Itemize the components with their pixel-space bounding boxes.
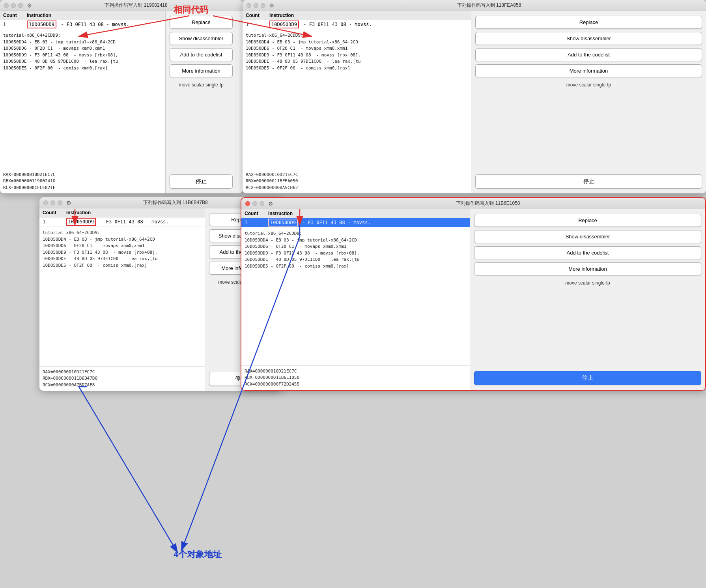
address-box-1-0: 10D050DD9: [27, 21, 56, 28]
annotation-four-addresses: 4个对象地址: [174, 549, 222, 560]
row-instruction-3-0: 10D050DD9 - F3 0F11 43 08 - movss.: [66, 219, 202, 225]
spacer-1: [170, 92, 233, 171]
instruction-text-4-0: - F3 0F11 43 08 - movss.: [299, 220, 371, 225]
info-text-2: move scalar single-fp: [475, 81, 702, 89]
table-row-2-0[interactable]: 1 10D050DD9 - F3 0F11 43 08 - movss.: [243, 20, 471, 29]
left-panel-1: Count Instruction 1 10D050DD9 - F3 0F11 …: [0, 11, 166, 193]
window-2: ⚙ 下列操作码写入到 118FEA058 Count Instruction 1…: [243, 0, 706, 193]
maximize-btn-3[interactable]: [58, 200, 62, 205]
traffic-lights-1: [4, 3, 23, 8]
header-instruction-1: Instruction: [27, 13, 162, 18]
stop-btn-4[interactable]: 停止: [474, 371, 701, 385]
window-title-4: 下列操作码写入到 11B6E1058: [275, 200, 701, 207]
disasm-area-1: tutorial-x86_64+2CDD9: 10D050DD4 - EB 03…: [0, 29, 165, 169]
header-count-1: Count: [3, 13, 27, 18]
address-box-2-0: 10D050DD9: [269, 21, 299, 28]
table-row-1-0[interactable]: 1 10D050DD9 - F3 0F11 43 08 - movss.: [0, 20, 165, 29]
table-header-4: Count Instruction: [241, 209, 470, 218]
traffic-lights-4: [245, 201, 264, 206]
row-count-4-0: 1: [245, 220, 268, 225]
instruction-text-1-0: - F3 0F11 43 08 - movss.: [58, 22, 129, 27]
titlebar-2: ⚙ 下列操作码写入到 118FEA058: [243, 0, 706, 11]
header-count-4: Count: [245, 211, 268, 216]
replace-btn-1[interactable]: Replace: [170, 16, 233, 29]
more-info-btn-4[interactable]: More information: [474, 262, 701, 275]
more-info-btn-1[interactable]: More information: [170, 64, 233, 77]
add-codelist-btn-2[interactable]: Add to the codelist: [475, 48, 702, 61]
right-panel-1: Replace Show disassembler Add to the cod…: [166, 11, 237, 193]
show-disasm-btn-4[interactable]: Show disassembler: [474, 230, 701, 243]
window-4: ⚙ 下列操作码写入到 11B6E1058 Count Instruction 1…: [241, 197, 706, 391]
left-panel-3: Count Instruction 1 10D050DD9 - F3 0F11 …: [39, 208, 205, 391]
left-panel-4: Count Instruction 1 10D050DD9 - F3 0F11 …: [241, 209, 470, 390]
header-count-3: Count: [43, 210, 66, 215]
close-btn-1[interactable]: [4, 3, 9, 8]
gear-icon-4: ⚙: [268, 200, 273, 207]
window-body-1: Count Instruction 1 10D050DD9 - F3 0F11 …: [0, 11, 243, 193]
window-title-2: 下列操作码写入到 118FEA058: [276, 2, 702, 9]
replace-btn-2[interactable]: Replace: [475, 16, 702, 29]
row-instruction-1-0: 10D050DD9 - F3 0F11 43 08 - movss.: [27, 22, 162, 27]
header-instruction-3: Instruction: [66, 210, 202, 215]
maximize-btn-1[interactable]: [18, 3, 23, 8]
info-text-1: move scalar single-fp: [170, 81, 233, 89]
close-btn-3[interactable]: [43, 200, 48, 205]
row-count-3-0: 1: [43, 219, 66, 225]
window-title-1: 下列操作码写入到 119002418: [34, 2, 239, 9]
show-disasm-btn-1[interactable]: Show disassembler: [170, 32, 233, 45]
window-body-4: Count Instruction 1 10D050DD9 - F3 0F11 …: [241, 209, 705, 390]
registers-area-4: RAX=000000010D21EC7C RBX=0000000011B6E10…: [241, 365, 470, 390]
header-instruction-2: Instruction: [269, 13, 468, 18]
header-count-2: Count: [246, 13, 269, 18]
window-1: ⚙ 下列操作码写入到 119002418 Count Instruction 1…: [0, 0, 243, 193]
row-instruction-4-0: 10D050DD9 - F3 0F11 43 08 - movss.: [268, 220, 467, 225]
info-text-4: move scalar single-fp: [474, 279, 701, 287]
minimize-btn-2[interactable]: [254, 3, 258, 8]
registers-area-1: RAX=000000010D21EC7C RBX=000000011900241…: [0, 169, 165, 194]
maximize-btn-2[interactable]: [261, 3, 265, 8]
add-codelist-btn-1[interactable]: Add to the codelist: [170, 48, 233, 61]
registers-area-2: RAX=000000010D21EC7C RBX=000000011BFEA05…: [243, 169, 471, 194]
replace-btn-4[interactable]: Replace: [474, 214, 701, 227]
spacer-4: [474, 290, 701, 368]
traffic-lights-3: [43, 200, 62, 205]
disasm-area-4: tutorial-x86_64+2CDD9: 10D050DD4 - EB 03…: [241, 227, 470, 365]
instruction-text-3-0: - F3 0F11 43 08 - movss.: [97, 219, 169, 225]
disasm-area-2: tutorial-x86_64+2CDD9: 10D050DD4 - EB 03…: [243, 29, 471, 169]
spacer-2: [475, 92, 702, 171]
titlebar-4: ⚙ 下列操作码写入到 11B6E1058: [241, 198, 705, 209]
table-row-3-0[interactable]: 1 10D050DD9 - F3 0F11 43 08 - movss.: [39, 217, 205, 227]
table-header-1: Count Instruction: [0, 11, 165, 20]
minimize-btn-4[interactable]: [252, 201, 257, 206]
header-instruction-4: Instruction: [268, 211, 467, 216]
row-count-2-0: 1: [246, 22, 269, 27]
table-header-2: Count Instruction: [243, 11, 471, 20]
close-btn-2[interactable]: [247, 3, 251, 8]
gear-icon-1: ⚙: [27, 2, 32, 9]
stop-btn-1[interactable]: 停止: [170, 174, 233, 189]
window-body-2: Count Instruction 1 10D050DD9 - F3 0F11 …: [243, 11, 706, 193]
minimize-btn-3[interactable]: [50, 200, 55, 205]
table-row-4-0[interactable]: 1 10D050DD9 - F3 0F11 43 08 - movss.: [241, 218, 470, 227]
row-count-1-0: 1: [3, 22, 27, 27]
left-panel-2: Count Instruction 1 10D050DD9 - F3 0F11 …: [243, 11, 471, 193]
stop-btn-2[interactable]: 停止: [475, 174, 702, 189]
minimize-btn-1[interactable]: [11, 3, 16, 8]
show-disasm-btn-2[interactable]: Show disassembler: [475, 32, 702, 45]
titlebar-1: ⚙ 下列操作码写入到 119002418: [0, 0, 243, 11]
gear-icon-3: ⚙: [66, 200, 71, 206]
close-btn-4[interactable]: [245, 201, 250, 206]
table-header-3: Count Instruction: [39, 208, 205, 217]
address-box-4-0: 10D050DD9: [268, 219, 298, 227]
registers-area-3: RAX=000000010D21EC7C RBX=0000000011B6B47…: [39, 366, 205, 391]
traffic-lights-2: [247, 3, 265, 8]
right-panel-2: Replace Show disassembler Add to the cod…: [471, 11, 706, 193]
instruction-text-2-0: - F3 0F11 43 08 - movss.: [301, 22, 372, 27]
row-instruction-2-0: 10D050DD9 - F3 0F11 43 08 - movss.: [269, 22, 468, 27]
maximize-btn-4[interactable]: [260, 201, 264, 206]
add-codelist-btn-4[interactable]: Add to the codelist: [474, 246, 701, 259]
gear-icon-2: ⚙: [269, 2, 275, 9]
disasm-area-3: tutorial-x86_64+2CDD9: 10D050DD4 - EB 03…: [39, 227, 205, 366]
more-info-btn-2[interactable]: More information: [475, 64, 702, 77]
address-box-3-0: 10D050DD9: [66, 218, 96, 226]
